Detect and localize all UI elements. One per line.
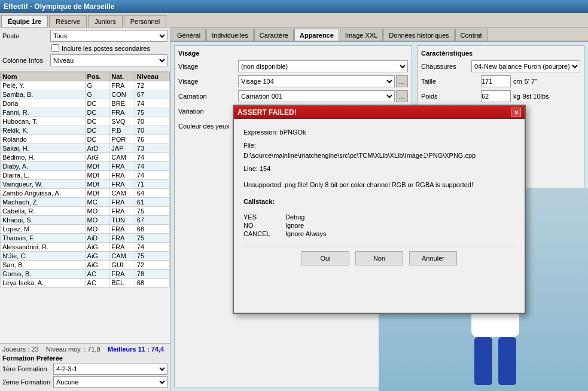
player-nom: Fanni, R.	[1, 108, 86, 117]
table-row[interactable]: Alessandrini, R.AiGFRA74	[1, 243, 170, 252]
player-nat: FRA	[109, 171, 135, 180]
poste-label: Poste	[2, 32, 50, 39]
player-niveau: 78	[135, 270, 169, 279]
table-row[interactable]: DoriaDCBRE74	[1, 99, 170, 108]
player-pos: DC	[85, 117, 109, 126]
stats-line: Joueurs : 23 Niveau moy. : 71,8 Meilleur…	[2, 346, 167, 353]
table-row[interactable]: Gomis, B.ACFRA78	[1, 270, 170, 279]
player-pos: DC	[85, 126, 109, 135]
table-row[interactable]: Machach, Z.MCFRA61	[1, 198, 170, 207]
dialog-body: Expression: bPNGOk File: D:\source\mainl…	[234, 119, 525, 279]
player-nat: GUI	[109, 261, 135, 270]
player-pos: MDf	[85, 180, 109, 189]
player-nat: P.B	[109, 126, 135, 135]
cs-yes-val: Debug	[285, 213, 304, 221]
table-row[interactable]: Thauvin, F.AiDFRA75	[1, 234, 170, 243]
player-pos: ArD	[85, 144, 109, 153]
table-row[interactable]: Pelé, Y.GFRA72	[1, 81, 170, 90]
player-nat: FRA	[109, 81, 135, 90]
table-row[interactable]: Samba, B.GCON67	[1, 90, 170, 99]
player-niveau: 64	[135, 189, 169, 198]
table-row[interactable]: Bédimo, H.ArGCAM74	[1, 153, 170, 162]
table-row[interactable]: Zambo Anguissa, A.MDfCAM64	[1, 189, 170, 198]
file-label: File:	[243, 142, 256, 149]
table-row[interactable]: Diarra, L.MDfFRA74	[1, 171, 170, 180]
player-niveau: 70	[135, 126, 169, 135]
table-row[interactable]: Cabella, R.MOFRA75	[1, 207, 170, 216]
table-row[interactable]: Sakai, H.ArDJAP73	[1, 144, 170, 153]
tab-personnel[interactable]: Personnel	[124, 15, 167, 27]
col-nat[interactable]: Nat.	[109, 72, 135, 81]
callstack-item-cancel: CANCEL Ignore Always	[243, 230, 515, 237]
player-nom: Machach, Z.	[1, 198, 86, 207]
player-nom: Hubocan, T.	[1, 117, 86, 126]
formation2-select[interactable]: Aucune	[53, 376, 167, 388]
non-button[interactable]: Non	[355, 251, 403, 265]
player-pos: AiD	[85, 234, 109, 243]
tab-juniors[interactable]: Juniors	[88, 15, 122, 27]
player-nom: Leya Iseka, A.	[1, 279, 86, 288]
table-row[interactable]: RolandoDCPOR76	[1, 135, 170, 144]
unsupported-message: Unsupported .png file! Only 8 bit per co…	[243, 181, 473, 188]
player-pos: AC	[85, 270, 109, 279]
player-nom: Doria	[1, 99, 86, 108]
colonne-select[interactable]: Niveau	[50, 54, 167, 66]
player-nat: FRA	[109, 234, 135, 243]
tab-reserve[interactable]: Réserve	[49, 15, 87, 27]
table-row[interactable]: Khaoui, S.MOTUN67	[1, 216, 170, 225]
formation1-select[interactable]: 4-2-3-1	[53, 363, 167, 375]
table-row[interactable]: Diaby, A.MDfFRA74	[1, 162, 170, 171]
table-row[interactable]: N'Jie, C.AiGCAM75	[1, 252, 170, 261]
table-row[interactable]: Fanni, R.DCFRA75	[1, 108, 170, 117]
player-pos: DC	[85, 99, 109, 108]
table-row[interactable]: Vainqueur, W.MDfFRA71	[1, 180, 170, 189]
player-niveau: 74	[135, 162, 169, 171]
player-nom: Lopez, M.	[1, 225, 86, 234]
player-nat: FRA	[109, 108, 135, 117]
formation2-label: 2ème Formation	[2, 378, 53, 386]
player-table[interactable]: Nom Pos. Nat. Niveau Pelé, Y.GFRA72Samba…	[0, 72, 170, 343]
callstack-items: YES Debug NO Ignore CANCEL Ignore Always	[243, 213, 515, 237]
table-row[interactable]: Rekik, K.DCP.B70	[1, 126, 170, 135]
dialog-title-bar: ASSERT FAILED! ✕	[234, 106, 525, 119]
dialog-buttons: Oui Non Annuler	[243, 246, 515, 270]
cs-cancel-key: CANCEL	[243, 230, 285, 237]
tab-equipe1re[interactable]: Équipe 1re	[1, 15, 48, 27]
player-niveau: 72	[135, 81, 169, 90]
table-row[interactable]: Lopez, M.MOFRA68	[1, 225, 170, 234]
col-niveau[interactable]: Niveau	[135, 72, 169, 81]
player-nom: Khaoui, S.	[1, 216, 86, 225]
col-pos[interactable]: Pos.	[85, 72, 109, 81]
player-nom: Thauvin, F.	[1, 234, 86, 243]
player-pos: AC	[85, 279, 109, 288]
player-niveau: 75	[135, 234, 169, 243]
player-niveau: 72	[135, 261, 169, 270]
cs-yes-key: YES	[243, 213, 285, 221]
player-nom: N'Jie, C.	[1, 252, 86, 261]
include-secondary-checkbox[interactable]	[51, 44, 59, 52]
player-pos: G	[85, 81, 109, 90]
table-row[interactable]: Leya Iseka, A.ACBEL68	[1, 279, 170, 288]
player-niveau: 71	[135, 180, 169, 189]
annuler-button[interactable]: Annuler	[409, 251, 457, 265]
player-niveau: 70	[135, 117, 169, 126]
player-niveau: 68	[135, 225, 169, 234]
oui-button[interactable]: Oui	[301, 251, 349, 265]
line-value: 154	[260, 165, 270, 172]
player-pos: MO	[85, 225, 109, 234]
player-pos: ArG	[85, 153, 109, 162]
cs-no-key: NO	[243, 222, 285, 229]
player-nom: Bédimo, H.	[1, 153, 86, 162]
player-niveau: 67	[135, 90, 169, 99]
player-nat: POR	[109, 135, 135, 144]
table-row[interactable]: Sarr, B.AiGGUI72	[1, 261, 170, 270]
player-nat: FRA	[109, 162, 135, 171]
table-row[interactable]: Hubocan, T.DCSVQ70	[1, 117, 170, 126]
player-nat: FRA	[109, 225, 135, 234]
col-nom[interactable]: Nom	[1, 72, 86, 81]
cs-cancel-val: Ignore Always	[285, 230, 326, 237]
poste-select[interactable]: Tous	[50, 30, 167, 42]
player-pos: AiG	[85, 261, 109, 270]
dialog-close-button[interactable]: ✕	[511, 108, 521, 117]
right-panel: Général Individuelles Caractère Apparenc…	[170, 28, 588, 391]
